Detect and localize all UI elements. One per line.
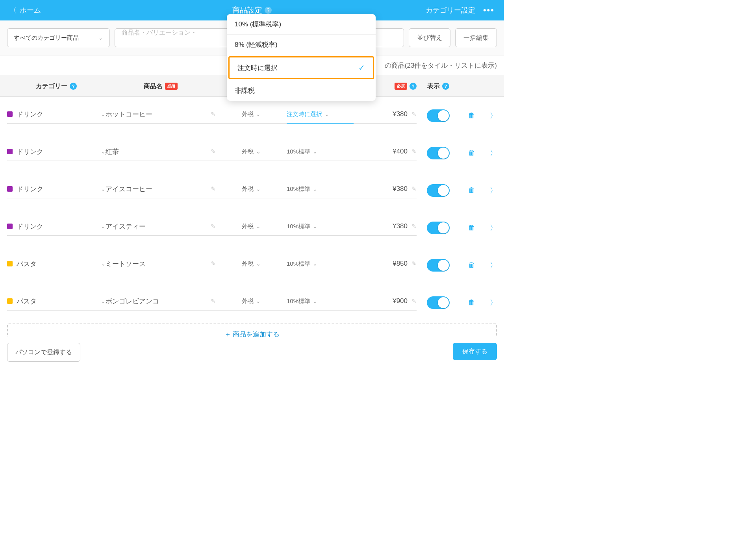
category-color-icon — [7, 261, 13, 266]
chevron-right-icon[interactable]: 〉 — [484, 111, 503, 120]
price-input[interactable]: ¥400 ✎ — [354, 145, 417, 161]
help-icon[interactable]: ? — [70, 83, 77, 90]
price-input[interactable]: ¥380 ✎ — [354, 108, 417, 124]
pc-register-button[interactable]: パソコンで登録する — [7, 343, 80, 362]
product-name-input[interactable]: ミートソース ✎ — [106, 257, 216, 273]
chevron-right-icon[interactable]: 〉 — [484, 186, 503, 195]
category-select[interactable]: パスタ ⌄ — [7, 257, 106, 273]
trash-icon[interactable]: 🗑 — [460, 149, 484, 157]
tax-rate-select[interactable]: 注文時に選択 ⌄ — [287, 108, 354, 124]
tax-rate-select[interactable]: 10%標準 ⌄ — [287, 295, 354, 311]
chevron-down-icon: ⌄ — [101, 111, 106, 117]
category-name: ドリンク — [17, 222, 97, 231]
trash-icon[interactable]: 🗑 — [460, 261, 484, 269]
trash-icon[interactable]: 🗑 — [460, 186, 484, 194]
price-input[interactable]: ¥380 ✎ — [354, 183, 417, 198]
category-select[interactable]: ドリンク ⌄ — [7, 145, 106, 161]
pencil-icon: ✎ — [411, 223, 417, 230]
product-name-input[interactable]: ボンゴレビアンコ ✎ — [106, 295, 216, 311]
category-select[interactable]: ドリンク ⌄ — [7, 108, 106, 124]
display-toggle[interactable] — [427, 296, 450, 309]
category-name: パスタ — [17, 297, 97, 306]
category-color-icon — [7, 111, 13, 117]
price-input[interactable]: ¥380 ✎ — [354, 220, 417, 236]
trash-icon[interactable]: 🗑 — [460, 298, 484, 307]
pencil-icon: ✎ — [211, 148, 216, 155]
dropdown-option-nontax[interactable]: 非課税 — [227, 80, 376, 101]
help-icon[interactable]: ? — [410, 83, 417, 90]
tax-rate-select[interactable]: 10%標準 ⌄ — [287, 257, 354, 273]
chevron-down-icon: ⌄ — [256, 223, 261, 229]
product-name-input[interactable]: アイスティー ✎ — [106, 220, 216, 236]
chevron-down-icon: ⌄ — [313, 261, 317, 267]
trash-icon[interactable]: 🗑 — [460, 111, 484, 120]
pencil-icon: ✎ — [211, 111, 216, 118]
chevron-down-icon: ⌄ — [101, 186, 106, 192]
chevron-down-icon: ⌄ — [313, 298, 317, 304]
back-label: ホーム — [20, 6, 41, 15]
display-toggle[interactable] — [427, 222, 450, 234]
tax-rate-select[interactable]: 10%標準 ⌄ — [287, 145, 354, 161]
product-name-input[interactable]: アイスコーヒー ✎ — [106, 183, 216, 198]
trash-icon[interactable]: 🗑 — [460, 224, 484, 232]
pencil-icon: ✎ — [411, 185, 417, 192]
table-row: パスタ ⌄ ミートソース ✎ 外税 ⌄ 10%標準 ⌄ ¥850 ✎ 🗑 〉 — [0, 246, 504, 284]
chevron-down-icon: ⌄ — [256, 298, 261, 304]
tax-type-select[interactable]: 外税 ⌄ — [216, 295, 287, 311]
tax-type-select[interactable]: 外税 ⌄ — [216, 220, 287, 236]
price-input[interactable]: ¥850 ✎ — [354, 257, 417, 273]
category-select[interactable]: パスタ ⌄ — [7, 295, 106, 311]
dropdown-option-10[interactable]: 10% (標準税率) — [227, 14, 376, 35]
pencil-icon: ✎ — [411, 260, 417, 267]
price-input[interactable]: ¥900 ✎ — [354, 295, 417, 311]
required-badge: 必須 — [395, 83, 407, 90]
chevron-right-icon[interactable]: 〉 — [484, 298, 503, 307]
product-name-input[interactable]: ホットコーヒー ✎ — [106, 108, 216, 124]
th-display: 表示? — [417, 82, 460, 91]
dropdown-option-8[interactable]: 8% (軽減税率) — [227, 35, 376, 55]
tax-type-select[interactable]: 外税 ⌄ — [216, 257, 287, 273]
more-icon[interactable]: ••• — [483, 5, 495, 15]
display-toggle[interactable] — [427, 184, 450, 197]
category-settings-link[interactable]: カテゴリー設定 — [426, 6, 475, 15]
chevron-down-icon: ⌄ — [256, 148, 261, 155]
pencil-icon: ✎ — [211, 260, 216, 267]
category-name: ドリンク — [17, 147, 97, 156]
chevron-right-icon[interactable]: 〉 — [484, 148, 503, 158]
tax-type-select[interactable]: 外税 ⌄ — [216, 108, 287, 124]
category-color-icon — [7, 224, 13, 229]
pencil-icon: ✎ — [411, 148, 417, 155]
tax-type-select[interactable]: 外税 ⌄ — [216, 145, 287, 161]
category-select[interactable]: ドリンク ⌄ — [7, 183, 106, 198]
product-name-input[interactable]: 紅茶 ✎ — [106, 145, 216, 161]
save-button[interactable]: 保存する — [453, 343, 497, 360]
tax-rate-select[interactable]: 10%標準 ⌄ — [287, 183, 354, 198]
chevron-right-icon[interactable]: 〉 — [484, 261, 503, 270]
pencil-icon: ✎ — [211, 223, 216, 230]
table-row: パスタ ⌄ ボンゴレビアンコ ✎ 外税 ⌄ 10%標準 ⌄ ¥900 ✎ 🗑 〉 — [0, 284, 504, 321]
category-color-icon — [7, 149, 13, 154]
category-filter[interactable]: すべてのカテゴリー商品 ⌄ — [7, 28, 110, 47]
help-icon[interactable]: ? — [442, 83, 449, 90]
chevron-down-icon: ⌄ — [101, 298, 106, 304]
table-row: ドリンク ⌄ 紅茶 ✎ 外税 ⌄ 10%標準 ⌄ ¥400 ✎ 🗑 〉 — [0, 134, 504, 172]
footer: パソコンで登録する 保存する — [0, 337, 504, 367]
display-toggle[interactable] — [427, 147, 450, 159]
display-toggle[interactable] — [427, 109, 450, 122]
back-button[interactable]: 〈 ホーム — [9, 6, 41, 15]
tax-type-select[interactable]: 外税 ⌄ — [216, 183, 287, 198]
category-select[interactable]: ドリンク ⌄ — [7, 220, 106, 236]
dropdown-option-select[interactable]: 注文時に選択 ✓ — [228, 56, 374, 79]
pencil-icon: ✎ — [211, 185, 216, 192]
tax-rate-select[interactable]: 10%標準 ⌄ — [287, 220, 354, 236]
category-color-icon — [7, 186, 13, 192]
chevron-down-icon: ⌄ — [313, 223, 317, 229]
chevron-right-icon[interactable]: 〉 — [484, 223, 503, 233]
tax-rate-dropdown: 10% (標準税率) 8% (軽減税率) 注文時に選択 ✓ 非課税 — [227, 14, 376, 101]
help-icon[interactable]: ? — [265, 7, 272, 14]
category-color-icon — [7, 298, 13, 304]
bulk-edit-button[interactable]: 一括編集 — [455, 28, 497, 47]
sort-button[interactable]: 並び替え — [409, 28, 450, 47]
chevron-down-icon: ⌄ — [101, 148, 106, 155]
display-toggle[interactable] — [427, 259, 450, 272]
